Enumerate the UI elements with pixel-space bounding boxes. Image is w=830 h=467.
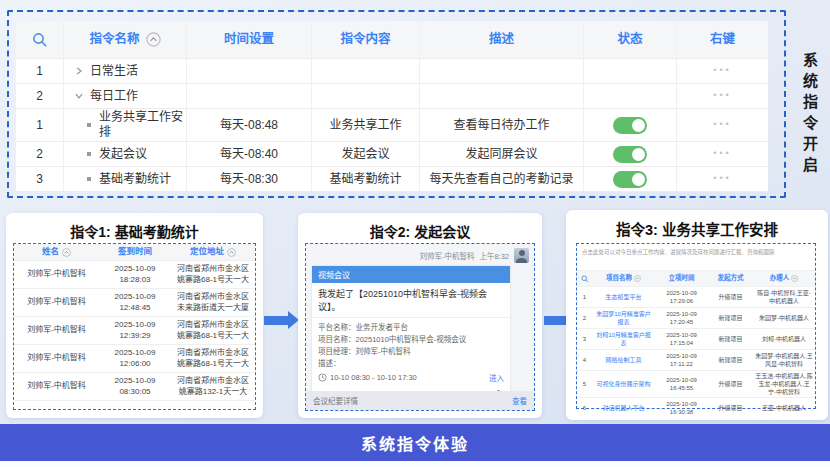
status-toggle[interactable]: [613, 146, 647, 163]
attendance-addr: 河南省郑州市金水区姚寨路68-1号天一大: [171, 264, 255, 286]
flow-arrow-icon: [544, 316, 568, 325]
p3-col-mode: 发起方式: [708, 273, 753, 284]
table-row[interactable]: 3 基础考勤统计 每天-08:30 基础考勤统计 每天先查看自己的考勤记录 ••…: [16, 167, 768, 192]
panel1-header: 姓名 签到时间 定位地址: [14, 244, 255, 261]
attendance-row[interactable]: 刘帅军-中机智科 2025-10-0912:48:45 河南省郑州市金水区未来路…: [14, 289, 255, 317]
message-sender-row: 刘帅军-中机智科 上午8:32: [306, 244, 534, 266]
row-num: 2: [16, 84, 64, 108]
panel2-title: 指令2: 发起会议: [298, 213, 542, 241]
collapse-icon[interactable]: [227, 248, 236, 257]
col-header-name: 指令名称: [64, 21, 187, 58]
col-header-menu: 右键: [677, 21, 768, 58]
project-time: 2025-10-0917:20:45: [655, 309, 708, 327]
panel1-title: 指令1: 基础考勤统计: [6, 213, 263, 241]
minutes-label: 会议纪要详情: [313, 395, 358, 406]
project-time: 2025-10-0917:15:04: [655, 330, 708, 348]
collapse-icon[interactable]: [634, 275, 641, 282]
attendance-time: 2025-10-0912:48:45: [99, 292, 171, 314]
row-menu-dots[interactable]: •••: [713, 148, 731, 159]
col-header-content: 指令内容: [312, 21, 420, 58]
p3-col-name: 项目名称: [592, 273, 655, 284]
view-minutes-link[interactable]: 查看: [512, 395, 527, 406]
instruction-desc: 查看每日待办工作: [420, 109, 584, 141]
project-num: 3: [577, 334, 592, 344]
meeting-field: 项目经理：刘帅军-中机智科: [318, 346, 504, 358]
panel-attendance: 指令1: 基础考勤统计 姓名 签到时间 定位地址 刘帅军-中机智科 2025-1…: [6, 213, 263, 418]
table-row[interactable]: 2 发起会议 每天-08:40 发起会议 发起同屏会议 •••: [16, 142, 768, 167]
p3-col-time: 立项时间: [655, 273, 708, 284]
panel1-table: 姓名 签到时间 定位地址 刘帅军-中机智科 2025-10-0918:28:03…: [13, 243, 256, 410]
project-owner: 朱园梦-中机机器人: [753, 313, 815, 323]
project-name-link[interactable]: 可视化身份展示架构: [592, 379, 655, 389]
send-time: 上午8:32: [479, 250, 509, 261]
project-num: 6: [577, 403, 592, 413]
project-name-link[interactable]: 网格绘制工具: [592, 355, 655, 365]
attendance-name: 刘帅军-中机智科: [14, 269, 99, 280]
attendance-row[interactable]: 刘帅军-中机智科 2025-10-0918:28:03 河南省郑州市金水区姚寨路…: [14, 261, 255, 289]
attendance-row[interactable]: 刘帅军-中机智科 2025-10-0912:06:00 河南省郑州市金水区姚寨路…: [14, 345, 255, 373]
clock-icon: [318, 373, 327, 382]
search-icon[interactable]: [16, 21, 64, 58]
project-num: 2: [577, 313, 592, 323]
project-row[interactable]: 2 朱园梦10月精准客户报表 2025-10-0917:20:45 新建项目 朱…: [577, 307, 815, 328]
collapse-icon[interactable]: [791, 275, 798, 282]
bullet-icon: [87, 152, 91, 156]
attendance-name: 刘帅军-中机智科: [14, 297, 99, 308]
project-mode: 升级项目: [708, 379, 753, 389]
project-mode: 新建项目: [708, 355, 753, 365]
p1-col-name: 姓名: [14, 246, 99, 257]
project-time: 2025-10-0917:29:06: [655, 288, 708, 306]
panel3-title: 指令3: 业务共享工作安排: [566, 210, 828, 239]
project-row[interactable]: 6 对话机器人平台 2025-10-0916:30:38 升级项目 王亚-中机机…: [577, 397, 815, 418]
instruction-name: 业务共享工作安排: [99, 110, 183, 140]
collapse-icon[interactable]: [62, 248, 71, 257]
bullet-icon: [87, 177, 91, 181]
footer-banner: 系统指令体验: [0, 424, 830, 461]
instruction-content: 发起会议: [312, 142, 420, 166]
col-header-desc: 描述: [420, 21, 584, 58]
row-menu-dots[interactable]: •••: [713, 119, 731, 130]
attendance-row[interactable]: 刘帅军-中机智科 2025-10-0908:30:05 河南省郑州市金水区姚寨路…: [14, 373, 255, 401]
meeting-time-range: 10-10 08:30 - 10-10 17:30: [330, 373, 417, 382]
row-menu-dots[interactable]: •••: [713, 173, 731, 184]
attendance-time: 2025-10-0918:28:03: [99, 264, 171, 286]
collapse-icon[interactable]: [146, 32, 161, 47]
project-row[interactable]: 1 生态模型平台 2025-10-0917:29:06 升级项目 陈自-中机智科…: [577, 286, 815, 307]
instruction-time: 每天-08:48: [187, 109, 312, 141]
project-name-link[interactable]: 对话机器人平台: [592, 403, 655, 413]
instruction-time: 每天-08:30: [187, 167, 312, 191]
row-num: 1: [16, 109, 64, 141]
project-row[interactable]: 4 网格绘制工具 2025-10-0917:11:22 新建项目 朱园梦-中机机…: [577, 349, 815, 370]
instruction-content: 基础考勤统计: [312, 167, 420, 191]
attendance-addr: 河南省郑州市金水区姚寨路132-1天一大: [171, 376, 255, 398]
panel3-header: 项目名称 立项时间 发起方式 办理人: [577, 270, 815, 286]
status-toggle[interactable]: [613, 171, 647, 188]
attendance-name: 刘帅军-中机智科: [14, 353, 99, 364]
project-num: 5: [577, 379, 592, 389]
project-name-link[interactable]: 朱园梦10月精准客户报表: [592, 309, 655, 327]
attendance-row[interactable]: 刘帅军-中机智科 2025-10-0912:39:29 河南省郑州市金水区姚寨路…: [14, 317, 255, 345]
project-name-link[interactable]: 刘柯10月精准客户报表: [592, 330, 655, 348]
status-toggle[interactable]: [613, 117, 647, 134]
project-owner: 陈自-中机智科,王亚-中机机器人: [753, 288, 815, 306]
project-row[interactable]: 5 可视化身份展示架构 2025-10-0916:45:55 升级项目 王玉洁-…: [577, 370, 815, 397]
enter-meeting-link[interactable]: 进入: [489, 372, 504, 383]
search-icon[interactable]: [577, 274, 592, 284]
project-owner: 王亚-中机机器人: [753, 403, 815, 413]
instruction-name: 基础考勤统计: [99, 172, 171, 187]
project-name-link[interactable]: 生态模型平台: [592, 292, 655, 302]
chevron-right-icon[interactable]: [74, 66, 84, 76]
project-row[interactable]: 3 刘柯10月精准客户报表 2025-10-0917:15:04 新建项目 刘柯…: [577, 328, 815, 349]
panel3-note: 点击此处可以对今日重点工作内容、进展情况及存在问题进行汇报、咨询和跟踪: [577, 244, 815, 270]
instruction-time: 每天-08:40: [187, 142, 312, 166]
chevron-down-icon[interactable]: [74, 91, 84, 101]
meeting-field: 描述：: [318, 358, 504, 370]
row-menu-dots[interactable]: •••: [713, 90, 731, 101]
table-row[interactable]: 2 每日工作 •••: [16, 84, 768, 109]
table-row[interactable]: 1 业务共享工作安排 每天-08:48 业务共享工作 查看每日待办工作 •••: [16, 109, 768, 142]
meeting-message-card[interactable]: 视频会议 我发起了【20251010中机智科早会-视频会议】。 平台名称：业务开…: [312, 266, 510, 407]
row-num: 3: [16, 167, 64, 191]
row-menu-dots[interactable]: •••: [713, 65, 731, 76]
project-time: 2025-10-0916:45:55: [655, 375, 708, 393]
table-row[interactable]: 1 日常生活 •••: [16, 59, 768, 84]
